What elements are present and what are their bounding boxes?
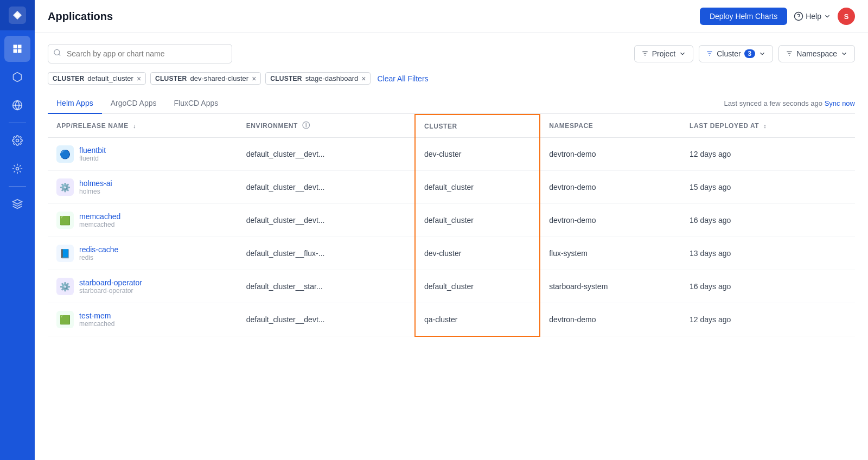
- app-subtitle-0: fluentd: [79, 155, 106, 162]
- remove-filter-0[interactable]: ×: [137, 75, 141, 82]
- sidebar-item-dashboard[interactable]: [4, 36, 30, 62]
- table-row: ⚙️ starboard-operator starboard-operator…: [48, 270, 855, 303]
- filter-icon: [641, 50, 649, 58]
- app-subtitle-1: holmes: [79, 188, 112, 195]
- applications-table: APP/RELEASE NAME ↓ ENVIRONMENT ⓘ CLUSTER…: [48, 114, 855, 337]
- app-name-link-3[interactable]: redis-cache: [79, 245, 118, 254]
- cell-last-deployed-1: 15 days ago: [681, 171, 855, 204]
- app-icon-1: ⚙️: [56, 178, 74, 196]
- user-avatar[interactable]: S: [838, 8, 855, 25]
- cell-environment-4: default_cluster__star...: [238, 270, 415, 303]
- sidebar-divider: [9, 123, 26, 123]
- svg-point-5: [16, 168, 19, 170]
- tab-fluxcd-apps[interactable]: FluxCD Apps: [165, 93, 227, 114]
- chevron-down-icon-cluster: [758, 50, 766, 58]
- filter-group: Project Cluster 3 Namespace: [634, 45, 855, 62]
- app-icon-3: 📘: [56, 245, 74, 262]
- col-header-cluster: CLUSTER: [415, 114, 540, 138]
- table-row: 📘 redis-cache redis default_cluster__flu…: [48, 237, 855, 270]
- table-row: 🔵 fluentbit fluentd default_cluster__dev…: [48, 138, 855, 171]
- sync-now-link[interactable]: Sync now: [825, 99, 855, 107]
- namespace-filter-icon: [786, 50, 793, 58]
- col-header-app-name[interactable]: APP/RELEASE NAME ↓: [48, 114, 238, 138]
- svg-marker-6: [13, 200, 22, 204]
- cluster-filter-icon: [706, 50, 713, 58]
- sidebar-item-globe[interactable]: [4, 92, 30, 118]
- col-header-last-deployed[interactable]: LAST DEPLOYED AT ↕: [681, 114, 855, 138]
- header: Applications Deploy Helm Charts Help S: [35, 0, 868, 33]
- cell-namespace-3: flux-system: [540, 237, 681, 270]
- app-name-link-5[interactable]: test-mem: [79, 311, 114, 320]
- table-body: 🔵 fluentbit fluentd default_cluster__dev…: [48, 138, 855, 336]
- cell-last-deployed-3: 13 days ago: [681, 237, 855, 270]
- cell-app-name-4: ⚙️ starboard-operator starboard-operator: [48, 270, 238, 303]
- filter-tag-0: Cluster default_cluster ×: [48, 72, 146, 85]
- app-name-link-4[interactable]: starboard-operator: [79, 278, 142, 287]
- app-subtitle-2: memcached: [79, 221, 120, 228]
- cell-app-name-5: 🟩 test-mem memcached: [48, 303, 238, 336]
- top-bar: Project Cluster 3 Namespace: [48, 44, 855, 63]
- chevron-down-icon-project: [679, 50, 686, 58]
- sidebar-item-layers[interactable]: [4, 191, 30, 217]
- cell-app-name-0: 🔵 fluentbit fluentd: [48, 138, 238, 171]
- cell-cluster-3: dev-cluster: [415, 237, 540, 270]
- sync-info: Last synced a few seconds ago Sync now: [724, 99, 855, 107]
- search-wrapper: [48, 44, 232, 63]
- deploy-helm-charts-button[interactable]: Deploy Helm Charts: [700, 8, 787, 25]
- help-circle-icon: [794, 11, 803, 21]
- svg-point-1: [15, 13, 20, 17]
- cell-namespace-4: starboard-system: [540, 270, 681, 303]
- cell-app-name-1: ⚙️ holmes-ai holmes: [48, 171, 238, 204]
- main-content: Applications Deploy Helm Charts Help S: [35, 0, 868, 460]
- sidebar-item-settings2[interactable]: [4, 156, 30, 182]
- search-input[interactable]: [48, 44, 232, 63]
- clear-all-filters-button[interactable]: Clear All Filters: [375, 74, 430, 83]
- sidebar-item-gear[interactable]: [4, 127, 30, 154]
- sidebar-logo[interactable]: [0, 0, 35, 30]
- tab-argocd-apps[interactable]: ArgoCD Apps: [102, 93, 165, 114]
- cell-environment-1: default_cluster__devt...: [238, 171, 415, 204]
- app-subtitle-3: redis: [79, 254, 118, 261]
- cell-cluster-0: dev-cluster: [415, 138, 540, 171]
- svg-point-4: [16, 139, 19, 142]
- project-filter-dropdown[interactable]: Project: [634, 45, 694, 62]
- filter-tags: Cluster default_cluster × Cluster dev-sh…: [48, 72, 855, 85]
- cluster-filter-dropdown[interactable]: Cluster 3: [699, 45, 773, 62]
- sort-icon-last-deployed: ↕: [763, 123, 767, 129]
- tab-helm-apps[interactable]: Helm Apps: [48, 93, 102, 114]
- help-button[interactable]: Help: [794, 11, 831, 21]
- tabs-row: Helm Apps ArgoCD Apps FluxCD Apps Last s…: [48, 93, 855, 114]
- cell-namespace-2: devtron-demo: [540, 204, 681, 237]
- page-title: Applications: [48, 10, 113, 23]
- table-row: 🟩 memcached memcached default_cluster__d…: [48, 204, 855, 237]
- cell-environment-3: default_cluster__flux-...: [238, 237, 415, 270]
- cell-last-deployed-4: 16 days ago: [681, 270, 855, 303]
- col-header-environment: ENVIRONMENT ⓘ: [238, 114, 415, 138]
- cell-namespace-1: devtron-demo: [540, 171, 681, 204]
- cell-app-name-2: 🟩 memcached memcached: [48, 204, 238, 237]
- remove-filter-2[interactable]: ×: [361, 75, 366, 82]
- remove-filter-1[interactable]: ×: [252, 75, 256, 82]
- sidebar-item-applications[interactable]: [4, 64, 30, 90]
- table-wrapper: APP/RELEASE NAME ↓ ENVIRONMENT ⓘ CLUSTER…: [48, 114, 855, 337]
- sort-icon-app: ↓: [133, 123, 136, 129]
- sidebar-divider-2: [9, 186, 26, 187]
- cell-last-deployed-0: 12 days ago: [681, 138, 855, 171]
- cell-cluster-4: default_cluster: [415, 270, 540, 303]
- sidebar: [0, 0, 35, 460]
- app-subtitle-4: starboard-operator: [79, 287, 142, 295]
- app-name-link-1[interactable]: holmes-ai: [79, 179, 112, 188]
- app-icon-0: 🔵: [56, 145, 74, 163]
- cell-last-deployed-5: 12 days ago: [681, 303, 855, 336]
- app-name-link-2[interactable]: memcached: [79, 212, 120, 221]
- table-header-row: APP/RELEASE NAME ↓ ENVIRONMENT ⓘ CLUSTER…: [48, 114, 855, 138]
- namespace-filter-dropdown[interactable]: Namespace: [778, 45, 855, 62]
- svg-point-9: [54, 49, 60, 55]
- cell-namespace-5: devtron-demo: [540, 303, 681, 336]
- table-row: 🟩 test-mem memcached default_cluster__de…: [48, 303, 855, 336]
- chevron-down-icon: [824, 12, 831, 20]
- cell-cluster-5: qa-cluster: [415, 303, 540, 336]
- cell-cluster-1: default_cluster: [415, 171, 540, 204]
- help-icon-environment: ⓘ: [302, 121, 310, 130]
- app-name-link-0[interactable]: fluentbit: [79, 146, 106, 155]
